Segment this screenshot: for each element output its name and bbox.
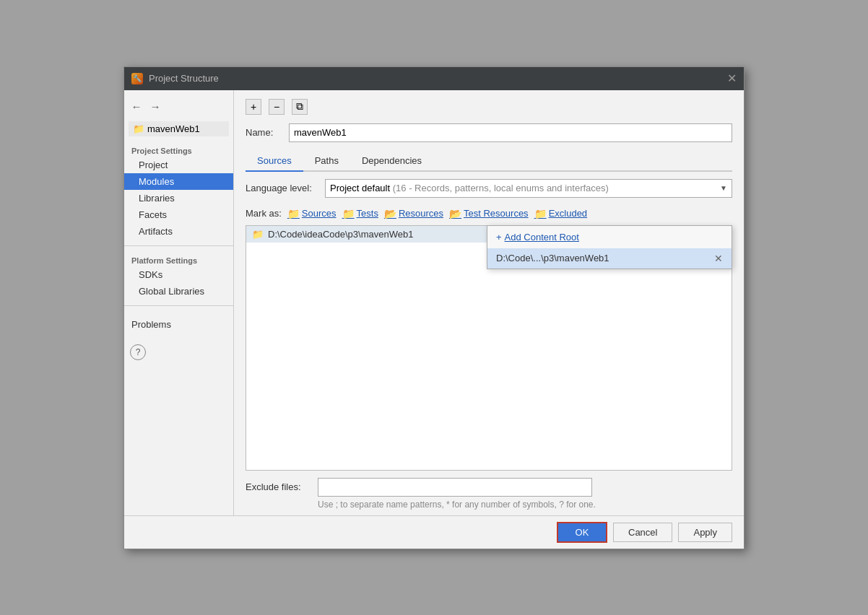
content-root-dropdown: + Add Content Root D:\Code\...\p3\mavenW… [487, 225, 732, 269]
project-settings-header: Project Settings [124, 142, 233, 157]
language-level-value: Project default (16 - Records, patterns,… [330, 183, 609, 193]
name-input[interactable] [289, 123, 732, 142]
name-field-row: Name: [246, 123, 732, 142]
content-root-path: D:\Code\...\p3\mavenWeb1 [496, 253, 609, 263]
sidebar-item-project[interactable]: Project [124, 157, 233, 173]
hint-text: Use ; to separate name patterns, * for a… [318, 500, 732, 510]
mark-as-row: Mark as: 📁 Sources 📁 Tests 📂 Resources 📂… [246, 208, 732, 219]
tab-paths[interactable]: Paths [303, 151, 350, 172]
mark-resources-button[interactable]: 📂 Resources [384, 208, 443, 219]
plus-icon: + [496, 232, 502, 243]
mark-test-resources-button[interactable]: 📂 Test Resources [449, 208, 529, 219]
tab-dependencies[interactable]: Dependencies [350, 151, 433, 172]
dialog-body: ← → 📁 mavenWeb1 Project Settings Project… [124, 90, 744, 515]
language-level-row: Language level: Project default (16 - Re… [246, 179, 732, 198]
content-root-item[interactable]: D:\Code\...\p3\mavenWeb1 ✕ [487, 248, 732, 269]
cancel-button[interactable]: Cancel [613, 523, 672, 542]
sidebar-item-modules[interactable]: Modules [124, 173, 233, 190]
apply-button[interactable]: Apply [678, 523, 732, 542]
mark-sources-button[interactable]: 📁 Sources [287, 208, 337, 219]
mark-tests-button[interactable]: 📁 Tests [342, 208, 378, 219]
sidebar-divider [124, 245, 233, 246]
remove-content-root-button[interactable]: ✕ [714, 253, 723, 264]
mark-as-label: Mark as: [246, 208, 282, 219]
sidebar-item-artifacts[interactable]: Artifacts [124, 223, 233, 240]
sidebar-item-libraries[interactable]: Libraries [124, 190, 233, 206]
add-content-root-label: Add Content Root [505, 232, 579, 243]
exclude-files-label: Exclude files: [246, 481, 311, 492]
sidebar: ← → 📁 mavenWeb1 Project Settings Project… [124, 90, 234, 515]
copy-module-button[interactable]: ⧉ [292, 99, 308, 115]
platform-settings-header: Platform Settings [124, 252, 233, 266]
dialog-icon: 🔧 [131, 73, 143, 84]
content-area: 📁 D:\Code\ideaCode\p3\mavenWeb1 + Add Co… [246, 225, 732, 471]
sidebar-item-facets[interactable]: Facets [124, 206, 233, 223]
tab-sources[interactable]: Sources [246, 151, 303, 172]
exclude-files-input[interactable] [318, 478, 592, 497]
tests-folder-icon: 📁 [342, 208, 355, 219]
title-bar-left: 🔧 Project Structure [131, 73, 219, 84]
language-level-hint: (16 - Records, patterns, local enums and… [393, 183, 609, 193]
module-folder-icon: 📁 [133, 123, 144, 134]
tabs-row: Sources Paths Dependencies [246, 151, 732, 172]
module-list-item[interactable]: 📁 mavenWeb1 [129, 121, 229, 136]
add-content-root-button[interactable]: + Add Content Root [487, 226, 732, 248]
test-resources-folder-icon: 📂 [449, 208, 461, 219]
dialog-footer: OK Cancel Apply [124, 515, 744, 549]
close-button[interactable]: ✕ [727, 73, 737, 84]
language-level-label: Language level: [246, 183, 318, 193]
add-module-button[interactable]: + [246, 99, 261, 115]
ok-button[interactable]: OK [557, 522, 607, 543]
project-structure-dialog: 🔧 Project Structure ✕ ← → 📁 mavenWeb1 Pr… [123, 66, 745, 549]
dialog-title: Project Structure [149, 73, 219, 84]
chevron-down-icon: ▼ [720, 184, 727, 192]
sidebar-item-sdks[interactable]: SDKs [124, 266, 233, 283]
module-name: mavenWeb1 [147, 123, 200, 134]
excluded-folder-icon: 📁 [534, 208, 547, 219]
sidebar-item-global-libraries[interactable]: Global Libraries [124, 283, 233, 300]
remove-module-button[interactable]: − [269, 99, 285, 115]
main-panel: + − ⧉ Name: Sources Paths Dependencies L… [234, 90, 744, 515]
sidebar-item-problems[interactable]: Problems [124, 312, 233, 333]
mark-excluded-button[interactable]: 📁 Excluded [534, 208, 587, 219]
name-row: + − ⧉ [246, 99, 732, 115]
sources-folder-icon: 📁 [287, 208, 300, 219]
sidebar-divider-2 [124, 305, 233, 306]
tree-folder-icon: 📁 [252, 229, 264, 240]
name-label: Name: [246, 127, 282, 138]
nav-forward-button[interactable]: → [147, 99, 163, 115]
help-button[interactable]: ? [130, 344, 146, 360]
title-bar: 🔧 Project Structure ✕ [124, 67, 744, 90]
tree-path: D:\Code\ideaCode\p3\mavenWeb1 [268, 229, 413, 240]
resources-folder-icon: 📂 [384, 208, 396, 219]
exclude-files-row: Exclude files: [246, 478, 732, 497]
nav-back-button[interactable]: ← [129, 99, 144, 115]
language-level-select[interactable]: Project default (16 - Records, patterns,… [325, 179, 732, 198]
